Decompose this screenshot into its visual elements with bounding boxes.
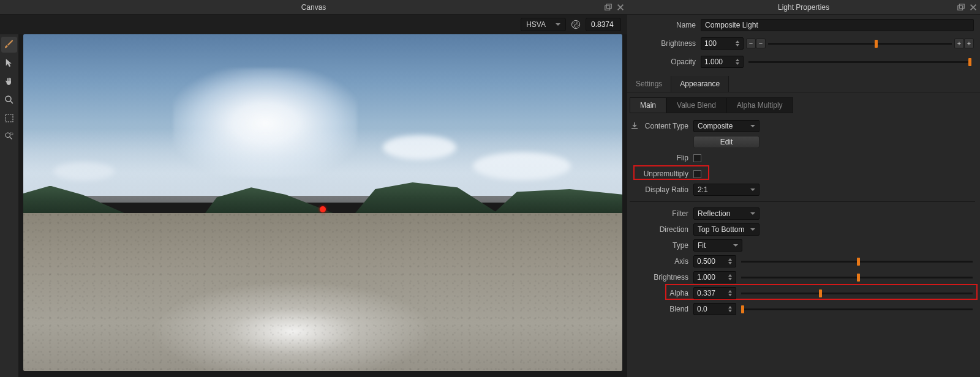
hdri-preview [23,34,622,371]
spinner-down-icon[interactable] [728,262,732,264]
increment-large-button[interactable]: + [964,39,974,48]
properties-title: Light Properties [778,3,829,12]
unpremultiply-checkbox[interactable] [693,170,701,178]
canvas-toolbar: HSVA 0.8374 [0,15,627,34]
edit-button[interactable]: Edit [693,136,760,148]
subtab-value-blend[interactable]: Value Blend [666,97,726,113]
main-content: Content Type Composite Edit Flip Unpremu… [627,113,980,317]
slider-handle[interactable] [857,274,860,282]
spinner-up-icon[interactable] [728,306,732,308]
hand-tool[interactable] [1,73,17,89]
chevron-down-icon [556,23,560,26]
spinner-up-icon[interactable] [728,274,732,277]
close-icon[interactable] [969,3,978,12]
decrement-button[interactable]: − [756,39,766,48]
filter-combo[interactable]: Reflection [693,207,760,220]
slider-handle[interactable] [741,305,744,313]
divider [630,201,975,202]
undock-icon[interactable] [957,3,965,12]
chevron-down-icon [750,228,755,231]
name-input[interactable] [701,19,974,31]
blend-input[interactable]: 0.0 [693,303,736,315]
spinner-up-icon[interactable] [728,258,732,261]
display-ratio-combo[interactable]: 2:1 [693,184,760,196]
subtab-main[interactable]: Main [630,97,666,113]
exposure-input[interactable]: 0.8374 [586,18,621,31]
decrement-large-button[interactable]: − [746,39,756,48]
opacity-slider[interactable] [748,61,971,63]
content-type-combo[interactable]: Composite [693,120,760,132]
spinner-down-icon[interactable] [728,278,732,280]
brightness-slider[interactable] [768,43,952,45]
brightness2-label: Brightness [630,273,693,282]
canvas-title: Canvas [301,3,326,12]
tab-appearance[interactable]: Appearance [671,76,729,92]
properties-body: Name Brightness 100 − − + + Opacity 1.00… [627,15,980,72]
chevron-down-icon [750,125,755,127]
svg-point-3 [6,96,11,102]
axis-slider[interactable] [741,261,973,263]
blend-slider[interactable] [741,308,973,310]
brightness-label: Brightness [633,39,701,48]
zoom-tool[interactable] [1,92,17,108]
spinner-down-icon[interactable] [728,310,732,312]
canvas-body [0,34,627,377]
svg-rect-1 [606,4,611,8]
brightness-input[interactable]: 100 [701,37,744,50]
canvas-viewport[interactable] [18,34,627,377]
svg-rect-6 [10,133,13,135]
spinner-up-icon[interactable] [736,59,739,61]
aperture-icon[interactable] [571,20,581,29]
slider-handle[interactable] [819,289,822,297]
direction-combo[interactable]: Top To Bottom [693,223,760,236]
import-icon[interactable] [630,121,639,131]
tool-strip [0,34,18,377]
spinner-down-icon[interactable] [728,294,732,296]
content-type-label: Content Type [643,122,693,130]
brightness2-slider[interactable] [741,277,973,278]
type-label: Type [630,241,693,250]
marquee-tool[interactable] [1,110,17,126]
spinner-down-icon[interactable] [736,62,739,65]
opacity-label: Opacity [633,58,701,66]
alpha-slider[interactable] [741,293,973,294]
brush-tool[interactable] [1,37,17,53]
subtab-alpha-multiply[interactable]: Alpha Multiply [726,97,793,113]
canvas-header: Canvas [0,0,627,15]
appearance-subtabs: Main Value Blend Alpha Multiply [630,97,980,113]
unpremultiply-label: Unpremultiply [630,170,693,178]
spinner-up-icon[interactable] [736,40,739,43]
alpha-label: Alpha [630,289,693,297]
slider-handle[interactable] [857,258,860,266]
chevron-down-icon [750,188,755,191]
spinner-down-icon[interactable] [736,44,739,47]
opacity-input[interactable]: 1.000 [701,56,744,68]
slider-handle[interactable] [875,40,878,48]
brightness2-input[interactable]: 1.000 [693,271,736,283]
pointer-tool[interactable] [1,55,17,71]
display-ratio-label: Display Ratio [630,185,693,194]
close-icon[interactable] [616,3,625,12]
colorspace-dropdown[interactable]: HSVA [521,18,566,31]
filter-label: Filter [630,209,693,218]
chevron-down-icon [733,244,738,247]
sun-position-marker[interactable] [320,206,326,212]
properties-header: Light Properties [627,0,980,15]
name-label: Name [633,21,701,29]
alpha-input[interactable]: 0.337 [693,287,736,299]
slider-handle[interactable] [968,58,971,66]
axis-label: Axis [630,257,693,266]
direction-label: Direction [630,225,693,234]
tab-settings[interactable]: Settings [627,76,671,92]
type-combo[interactable]: Fit [693,239,742,252]
svg-rect-7 [958,6,963,10]
svg-rect-4 [6,114,13,122]
undock-icon[interactable] [604,3,612,12]
increment-button[interactable]: + [954,39,964,48]
axis-input[interactable]: 0.500 [693,255,736,267]
property-tabs: Settings Appearance [627,76,980,92]
flip-label: Flip [630,154,693,162]
spinner-up-icon[interactable] [728,290,732,293]
zoom-region-tool[interactable] [1,129,17,144]
flip-checkbox[interactable] [693,154,701,162]
